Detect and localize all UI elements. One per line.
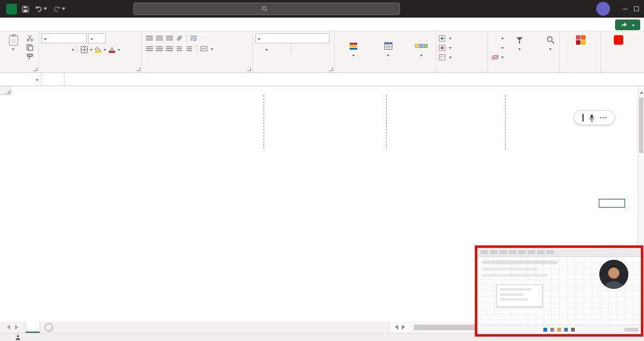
addins-button[interactable] xyxy=(562,33,599,46)
dialog-launcher-icon[interactable] xyxy=(33,67,37,71)
align-middle-button[interactable] xyxy=(155,33,164,43)
decrease-decimal-button[interactable] xyxy=(304,45,313,54)
mini-taskbar-icon xyxy=(557,328,561,332)
orientation-button[interactable]: ab xyxy=(173,31,186,45)
save-button[interactable] xyxy=(22,6,29,13)
dictation-toolbar[interactable] xyxy=(574,110,615,125)
redo-button[interactable] xyxy=(53,6,65,13)
merge-center-icon xyxy=(199,44,208,53)
format-as-table-button[interactable] xyxy=(371,40,405,58)
align-top-button[interactable] xyxy=(145,33,153,43)
delete-cells-icon xyxy=(439,45,445,51)
user-avatar[interactable] xyxy=(596,2,610,16)
underline-chevron-icon[interactable] xyxy=(72,49,74,52)
format-painter-button[interactable] xyxy=(25,52,34,62)
accessibility-status[interactable] xyxy=(15,335,23,340)
vertical-scroll-thumb[interactable] xyxy=(639,98,643,153)
italic-button[interactable] xyxy=(52,45,60,54)
group-number xyxy=(253,31,335,72)
cut-button[interactable] xyxy=(25,33,34,43)
font-color-bar xyxy=(109,51,115,53)
borders-chevron-icon[interactable] xyxy=(90,49,92,52)
scroll-left-icon[interactable] xyxy=(392,325,398,330)
undo-icon xyxy=(35,6,43,13)
undo-button[interactable] xyxy=(35,6,47,13)
borders-button[interactable] xyxy=(80,45,89,54)
mini-content-bar xyxy=(482,267,538,271)
align-center-button[interactable] xyxy=(155,44,164,53)
currency-button[interactable] xyxy=(255,45,264,54)
sheet-tab-active[interactable] xyxy=(25,321,40,333)
font-color-chevron-icon[interactable] xyxy=(118,49,120,52)
autosum-button[interactable] xyxy=(491,33,504,43)
magnifier-icon xyxy=(547,36,555,44)
sort-filter-button[interactable] xyxy=(505,33,534,52)
restore-icon[interactable] xyxy=(634,6,639,11)
excel-logo-icon xyxy=(6,4,17,14)
microphone-icon[interactable] xyxy=(589,114,595,122)
bold-button[interactable] xyxy=(42,45,50,54)
redo-menu-chevron-icon[interactable] xyxy=(62,8,65,12)
font-color-button[interactable]: A xyxy=(108,45,116,54)
fill-down-icon xyxy=(491,43,499,52)
sort-filter-icon xyxy=(516,35,523,45)
undo-menu-chevron-icon[interactable] xyxy=(43,8,47,12)
font-size-dropdown[interactable] xyxy=(88,33,106,43)
addins-icon xyxy=(576,35,586,45)
dialog-launcher-icon[interactable] xyxy=(136,67,140,71)
font-name-chevron-icon xyxy=(44,38,47,42)
add-sheet-button[interactable] xyxy=(45,323,53,332)
number-format-chevron-icon xyxy=(258,38,260,42)
percent-button[interactable] xyxy=(269,45,278,54)
table-icon xyxy=(384,42,392,50)
conditional-formatting-button[interactable] xyxy=(337,40,370,58)
minimize-icon[interactable] xyxy=(623,9,628,9)
next-sheet-icon[interactable] xyxy=(15,325,21,330)
horizontal-scroll-thumb[interactable] xyxy=(414,325,479,330)
formula-input[interactable] xyxy=(65,73,644,86)
increase-font-button[interactable] xyxy=(107,34,116,43)
quick-access-toolbar xyxy=(22,6,65,13)
align-bottom-button[interactable] xyxy=(165,33,174,43)
insert-cells-button[interactable] xyxy=(439,33,486,43)
decrease-font-button[interactable] xyxy=(117,34,126,43)
clipboard-icon xyxy=(8,34,19,46)
increase-indent-button[interactable] xyxy=(185,44,194,53)
paste-button[interactable] xyxy=(3,33,24,52)
dialog-launcher-icon[interactable] xyxy=(329,67,333,71)
text-caret-icon xyxy=(582,114,584,121)
copy-button[interactable] xyxy=(25,43,34,52)
prev-sheet-icon[interactable] xyxy=(4,325,10,330)
cell-styles-button[interactable] xyxy=(406,40,436,58)
font-name-dropdown[interactable] xyxy=(42,33,87,43)
decrease-indent-button[interactable] xyxy=(175,44,184,53)
scroll-up-icon[interactable] xyxy=(640,89,643,94)
share-button[interactable] xyxy=(615,20,640,30)
pdf-icon xyxy=(614,35,623,45)
clear-button[interactable] xyxy=(491,52,504,62)
fill-button[interactable] xyxy=(491,43,504,52)
align-right-button[interactable] xyxy=(165,44,174,53)
conditional-formatting-icon xyxy=(350,43,357,50)
mini-content-bar xyxy=(482,274,548,277)
increase-decimal-button[interactable] xyxy=(294,45,303,54)
scroll-right-icon[interactable] xyxy=(402,325,408,330)
number-format-dropdown[interactable] xyxy=(255,33,330,43)
search-box[interactable] xyxy=(133,3,400,15)
webcam-bubble[interactable] xyxy=(599,260,628,289)
fill-color-chevron-icon[interactable] xyxy=(104,49,106,52)
select-all-corner[interactable] xyxy=(0,86,11,95)
underline-button[interactable] xyxy=(62,45,70,54)
ribbon-tab-bar xyxy=(0,18,644,31)
align-left-button[interactable] xyxy=(145,44,153,53)
fill-color-button[interactable] xyxy=(94,45,103,54)
thousands-button[interactable] xyxy=(279,45,288,54)
format-cells-button[interactable] xyxy=(439,52,486,62)
more-options-icon[interactable] xyxy=(600,117,606,118)
name-box[interactable] xyxy=(0,73,42,86)
delete-cells-button[interactable] xyxy=(439,43,486,52)
screen-recording-overlay[interactable] xyxy=(475,245,643,337)
dialog-launcher-icon[interactable] xyxy=(247,67,251,71)
create-pdf-button[interactable] xyxy=(604,33,633,46)
copy-icon xyxy=(26,44,33,51)
